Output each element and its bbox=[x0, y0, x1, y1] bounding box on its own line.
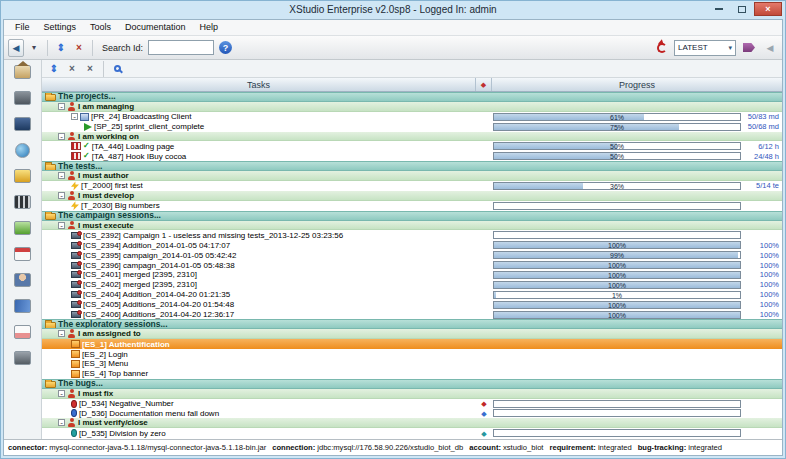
sidebar-button-globe[interactable] bbox=[11, 141, 35, 159]
previous-view-button[interactable]: ◀ bbox=[762, 39, 778, 57]
search-input[interactable] bbox=[148, 40, 214, 55]
group-row[interactable]: -I must verify/close bbox=[42, 418, 782, 428]
sidebar-button-drawer[interactable] bbox=[11, 349, 35, 367]
diamond-icon: ◆ bbox=[481, 81, 486, 88]
history-dropdown-button[interactable]: ▾ bbox=[26, 39, 42, 57]
titlebar[interactable]: XStudio Enterprise v2.0sp8 - Logged In: … bbox=[1, 1, 785, 19]
task-row[interactable]: [CS_2402] merged [2395, 2310]100%100% bbox=[42, 280, 782, 290]
tasks-cell: -I am managing bbox=[42, 102, 476, 111]
task-row[interactable]: [D_534] Negative_Number◆ bbox=[42, 399, 782, 409]
section-row[interactable]: The bugs... bbox=[42, 379, 782, 389]
sidebar-button-lightning[interactable] bbox=[11, 167, 35, 185]
progress-cell bbox=[492, 320, 742, 328]
row-label: I am working on bbox=[78, 132, 139, 141]
menu-help[interactable]: Help bbox=[193, 20, 226, 35]
collapse-toggle[interactable]: - bbox=[58, 192, 65, 199]
task-row[interactable]: [CS_2406] Additions_2014-04-20 12:36:171… bbox=[42, 310, 782, 320]
sidebar-button-leaf[interactable] bbox=[11, 219, 35, 237]
priority-column-header[interactable]: ◆ bbox=[476, 78, 492, 91]
sidebar-button-megaphone[interactable] bbox=[11, 89, 35, 107]
tag-button[interactable] bbox=[740, 39, 758, 57]
group-row[interactable]: -I am assigned to bbox=[42, 329, 782, 339]
menu-settings[interactable]: Settings bbox=[37, 20, 84, 35]
section-row[interactable]: The tests... bbox=[42, 161, 782, 171]
row-label: [ES_1] Authentification bbox=[82, 340, 170, 349]
section-row[interactable]: The projects... bbox=[42, 92, 782, 102]
task-row[interactable]: [CS_2404] Addition_2014-04-20 01:21:351%… bbox=[42, 290, 782, 300]
collapse-toggle[interactable]: - bbox=[58, 390, 65, 397]
sidebar-button-book[interactable] bbox=[11, 297, 35, 315]
row-label: [D_536] Documentation menu fall down bbox=[79, 409, 219, 418]
task-row[interactable]: [CS_2394] Addition_2014-01-05 04:17:0710… bbox=[42, 240, 782, 250]
menu-documentation[interactable]: Documentation bbox=[118, 20, 193, 35]
progress-bar: 100% bbox=[493, 301, 741, 309]
group-row[interactable]: -I must develop bbox=[42, 191, 782, 201]
clear-button[interactable]: × bbox=[82, 60, 98, 78]
refresh-button[interactable] bbox=[654, 39, 670, 57]
version-select[interactable]: LATEST ▾ bbox=[674, 40, 736, 56]
expand-all-button[interactable]: ⇕ bbox=[46, 60, 62, 78]
priority-cell: ◆ bbox=[476, 428, 492, 438]
collapse-toggle[interactable]: - bbox=[58, 222, 65, 229]
group-row[interactable]: -I must execute bbox=[42, 221, 782, 231]
close-node-button[interactable]: × bbox=[71, 39, 87, 57]
expand-tree-button[interactable]: ⇕ bbox=[53, 39, 69, 57]
collapse-toggle[interactable]: - bbox=[58, 172, 65, 179]
sidebar-button-monitor[interactable] bbox=[11, 115, 35, 133]
sidebar-button-user[interactable] bbox=[11, 271, 35, 289]
section-row[interactable]: The campaign sessions... bbox=[42, 211, 782, 221]
sidebar-button-calendar[interactable] bbox=[11, 245, 35, 263]
collapse-toggle[interactable]: - bbox=[71, 113, 78, 120]
task-row[interactable]: [ES_2] Login bbox=[42, 349, 782, 359]
tasks-cell: The campaign sessions... bbox=[42, 212, 476, 220]
priority-cell bbox=[476, 260, 492, 270]
back-button[interactable]: ◀ bbox=[8, 39, 24, 57]
task-row[interactable]: [CS_2395] campaign_2014-01-05 05:42:4299… bbox=[42, 250, 782, 260]
collapse-all-button[interactable]: × bbox=[64, 60, 80, 78]
group-row[interactable]: -I am working on bbox=[42, 132, 782, 142]
menu-file[interactable]: File bbox=[8, 20, 37, 35]
collapse-toggle[interactable]: - bbox=[58, 330, 65, 337]
task-row[interactable]: [CS_2401] merged [2395, 2310]100%100% bbox=[42, 270, 782, 280]
tasks-column-header[interactable]: Tasks bbox=[42, 78, 476, 91]
help-button[interactable]: ? bbox=[219, 41, 232, 54]
menu-tools[interactable]: Tools bbox=[83, 20, 118, 35]
find-button[interactable] bbox=[109, 60, 125, 78]
group-row[interactable]: -I must fix bbox=[42, 389, 782, 399]
row-label: I must execute bbox=[78, 221, 134, 230]
sidebar-button-eraser[interactable] bbox=[11, 323, 35, 341]
sidebar-button-home[interactable] bbox=[11, 63, 35, 81]
task-row[interactable]: ✓[TA_487] Hook IBuy cocoa50%24/48 h bbox=[42, 151, 782, 161]
task-row[interactable]: [ES_1] Authentification bbox=[42, 339, 782, 349]
tasks-cell: [D_536] Documentation menu fall down bbox=[42, 409, 476, 419]
task-row[interactable]: [CS_2396] campagn_2014-01-05 05:48:38100… bbox=[42, 260, 782, 270]
priority-cell bbox=[476, 290, 492, 300]
maximize-button[interactable] bbox=[731, 2, 753, 16]
task-row[interactable]: [T_2030] Big numbers bbox=[42, 201, 782, 211]
collapse-toggle[interactable]: - bbox=[58, 133, 65, 140]
bug-blue-icon bbox=[71, 409, 77, 417]
group-row[interactable]: -I must author bbox=[42, 171, 782, 181]
task-row[interactable]: ✓[TA_446] Loading page50%6/12 h bbox=[42, 141, 782, 151]
task-row[interactable]: [T_2000] first test36%5/14 te bbox=[42, 181, 782, 191]
task-row[interactable]: -[PR_24] Broadcasting Client61%50/83 md bbox=[42, 112, 782, 122]
task-row[interactable]: [D_535] Division by zero◆ bbox=[42, 428, 782, 438]
collapse-toggle[interactable]: - bbox=[58, 103, 65, 110]
task-row[interactable]: [SP_25] sprint_client_complete75%50/68 m… bbox=[42, 122, 782, 132]
sidebar-button-film[interactable] bbox=[11, 193, 35, 211]
task-row[interactable]: [CS_2392] Campaign 1 - useless and missi… bbox=[42, 230, 782, 240]
row-label: I must fix bbox=[78, 389, 113, 398]
task-row[interactable]: [D_536] Documentation menu fall down◆ bbox=[42, 409, 782, 419]
collapse-toggle[interactable]: - bbox=[58, 419, 65, 426]
progress-cell: 100% bbox=[492, 270, 742, 280]
group-row[interactable]: -I am managing bbox=[42, 102, 782, 112]
task-row[interactable]: [ES_3] Menu bbox=[42, 359, 782, 369]
section-row[interactable]: The exploratory sessions... bbox=[42, 319, 782, 329]
tasks-cell: [SP_25] sprint_client_complete bbox=[42, 122, 476, 132]
progress-column-header[interactable]: Progress bbox=[492, 78, 782, 91]
close-button[interactable]: × bbox=[754, 2, 782, 16]
window-controls: × bbox=[708, 2, 782, 16]
minimize-button[interactable] bbox=[708, 2, 730, 16]
task-row[interactable]: [CS_2405] Additions_2014-04-20 01:54:481… bbox=[42, 300, 782, 310]
task-row[interactable]: [ES_4] Top banner bbox=[42, 369, 782, 379]
